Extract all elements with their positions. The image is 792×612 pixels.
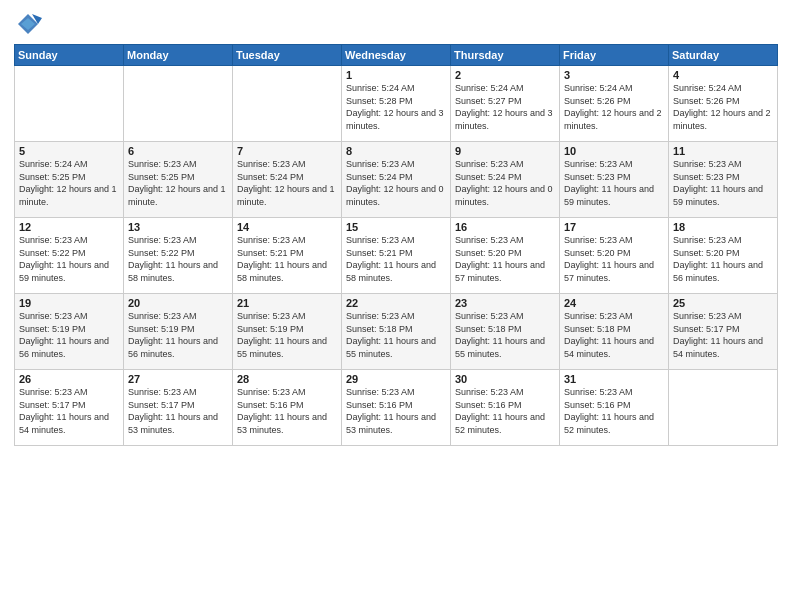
day-number: 31 (564, 373, 665, 385)
day-info: Sunrise: 5:23 AMSunset: 5:22 PMDaylight:… (128, 234, 229, 284)
calendar-cell: 17Sunrise: 5:23 AMSunset: 5:20 PMDayligh… (560, 218, 669, 294)
day-info: Sunrise: 5:23 AMSunset: 5:23 PMDaylight:… (564, 158, 665, 208)
calendar-cell: 15Sunrise: 5:23 AMSunset: 5:21 PMDayligh… (342, 218, 451, 294)
calendar-week-row: 1Sunrise: 5:24 AMSunset: 5:28 PMDaylight… (15, 66, 778, 142)
day-info: Sunrise: 5:24 AMSunset: 5:25 PMDaylight:… (19, 158, 120, 208)
weekday-header: Wednesday (342, 45, 451, 66)
day-info: Sunrise: 5:24 AMSunset: 5:26 PMDaylight:… (673, 82, 774, 132)
header (14, 10, 778, 38)
calendar-cell: 20Sunrise: 5:23 AMSunset: 5:19 PMDayligh… (124, 294, 233, 370)
day-number: 26 (19, 373, 120, 385)
day-info: Sunrise: 5:23 AMSunset: 5:18 PMDaylight:… (346, 310, 447, 360)
day-number: 20 (128, 297, 229, 309)
calendar-cell: 10Sunrise: 5:23 AMSunset: 5:23 PMDayligh… (560, 142, 669, 218)
day-number: 10 (564, 145, 665, 157)
calendar-cell: 22Sunrise: 5:23 AMSunset: 5:18 PMDayligh… (342, 294, 451, 370)
day-number: 14 (237, 221, 338, 233)
calendar-cell: 5Sunrise: 5:24 AMSunset: 5:25 PMDaylight… (15, 142, 124, 218)
day-info: Sunrise: 5:23 AMSunset: 5:24 PMDaylight:… (346, 158, 447, 208)
day-info: Sunrise: 5:23 AMSunset: 5:18 PMDaylight:… (564, 310, 665, 360)
day-number: 6 (128, 145, 229, 157)
day-info: Sunrise: 5:23 AMSunset: 5:19 PMDaylight:… (128, 310, 229, 360)
day-info: Sunrise: 5:23 AMSunset: 5:17 PMDaylight:… (19, 386, 120, 436)
day-info: Sunrise: 5:23 AMSunset: 5:17 PMDaylight:… (128, 386, 229, 436)
day-number: 16 (455, 221, 556, 233)
day-info: Sunrise: 5:23 AMSunset: 5:19 PMDaylight:… (19, 310, 120, 360)
calendar-cell (233, 66, 342, 142)
day-info: Sunrise: 5:23 AMSunset: 5:18 PMDaylight:… (455, 310, 556, 360)
day-number: 18 (673, 221, 774, 233)
day-number: 11 (673, 145, 774, 157)
calendar-cell (124, 66, 233, 142)
calendar-cell: 24Sunrise: 5:23 AMSunset: 5:18 PMDayligh… (560, 294, 669, 370)
day-info: Sunrise: 5:23 AMSunset: 5:24 PMDaylight:… (237, 158, 338, 208)
calendar-body: 1Sunrise: 5:24 AMSunset: 5:28 PMDaylight… (15, 66, 778, 446)
calendar-week-row: 5Sunrise: 5:24 AMSunset: 5:25 PMDaylight… (15, 142, 778, 218)
calendar-cell: 31Sunrise: 5:23 AMSunset: 5:16 PMDayligh… (560, 370, 669, 446)
weekday-header: Friday (560, 45, 669, 66)
calendar-cell: 19Sunrise: 5:23 AMSunset: 5:19 PMDayligh… (15, 294, 124, 370)
day-number: 24 (564, 297, 665, 309)
calendar-cell: 29Sunrise: 5:23 AMSunset: 5:16 PMDayligh… (342, 370, 451, 446)
day-info: Sunrise: 5:23 AMSunset: 5:17 PMDaylight:… (673, 310, 774, 360)
day-number: 4 (673, 69, 774, 81)
calendar-week-row: 19Sunrise: 5:23 AMSunset: 5:19 PMDayligh… (15, 294, 778, 370)
day-number: 17 (564, 221, 665, 233)
calendar-cell: 28Sunrise: 5:23 AMSunset: 5:16 PMDayligh… (233, 370, 342, 446)
day-number: 3 (564, 69, 665, 81)
calendar-cell: 23Sunrise: 5:23 AMSunset: 5:18 PMDayligh… (451, 294, 560, 370)
day-info: Sunrise: 5:24 AMSunset: 5:27 PMDaylight:… (455, 82, 556, 132)
calendar-cell: 25Sunrise: 5:23 AMSunset: 5:17 PMDayligh… (669, 294, 778, 370)
day-number: 29 (346, 373, 447, 385)
day-info: Sunrise: 5:23 AMSunset: 5:21 PMDaylight:… (346, 234, 447, 284)
day-info: Sunrise: 5:23 AMSunset: 5:16 PMDaylight:… (564, 386, 665, 436)
calendar-cell: 12Sunrise: 5:23 AMSunset: 5:22 PMDayligh… (15, 218, 124, 294)
day-info: Sunrise: 5:23 AMSunset: 5:16 PMDaylight:… (346, 386, 447, 436)
day-info: Sunrise: 5:23 AMSunset: 5:21 PMDaylight:… (237, 234, 338, 284)
day-number: 22 (346, 297, 447, 309)
calendar-cell: 9Sunrise: 5:23 AMSunset: 5:24 PMDaylight… (451, 142, 560, 218)
calendar-week-row: 26Sunrise: 5:23 AMSunset: 5:17 PMDayligh… (15, 370, 778, 446)
day-number: 9 (455, 145, 556, 157)
weekday-header: Saturday (669, 45, 778, 66)
weekday-header: Sunday (15, 45, 124, 66)
logo-icon (14, 10, 42, 38)
day-number: 15 (346, 221, 447, 233)
day-number: 8 (346, 145, 447, 157)
calendar-cell: 21Sunrise: 5:23 AMSunset: 5:19 PMDayligh… (233, 294, 342, 370)
calendar-cell: 11Sunrise: 5:23 AMSunset: 5:23 PMDayligh… (669, 142, 778, 218)
calendar-cell: 13Sunrise: 5:23 AMSunset: 5:22 PMDayligh… (124, 218, 233, 294)
calendar-cell (15, 66, 124, 142)
calendar-table: SundayMondayTuesdayWednesdayThursdayFrid… (14, 44, 778, 446)
day-number: 2 (455, 69, 556, 81)
calendar-cell: 27Sunrise: 5:23 AMSunset: 5:17 PMDayligh… (124, 370, 233, 446)
day-info: Sunrise: 5:23 AMSunset: 5:25 PMDaylight:… (128, 158, 229, 208)
day-info: Sunrise: 5:23 AMSunset: 5:22 PMDaylight:… (19, 234, 120, 284)
calendar-cell: 26Sunrise: 5:23 AMSunset: 5:17 PMDayligh… (15, 370, 124, 446)
day-number: 25 (673, 297, 774, 309)
calendar-cell: 4Sunrise: 5:24 AMSunset: 5:26 PMDaylight… (669, 66, 778, 142)
calendar-cell: 1Sunrise: 5:24 AMSunset: 5:28 PMDaylight… (342, 66, 451, 142)
weekday-header: Monday (124, 45, 233, 66)
calendar-cell: 14Sunrise: 5:23 AMSunset: 5:21 PMDayligh… (233, 218, 342, 294)
day-info: Sunrise: 5:23 AMSunset: 5:16 PMDaylight:… (237, 386, 338, 436)
day-number: 12 (19, 221, 120, 233)
calendar-cell: 3Sunrise: 5:24 AMSunset: 5:26 PMDaylight… (560, 66, 669, 142)
day-number: 21 (237, 297, 338, 309)
weekday-header: Tuesday (233, 45, 342, 66)
logo (14, 10, 46, 38)
day-number: 23 (455, 297, 556, 309)
weekday-row: SundayMondayTuesdayWednesdayThursdayFrid… (15, 45, 778, 66)
calendar-cell: 8Sunrise: 5:23 AMSunset: 5:24 PMDaylight… (342, 142, 451, 218)
calendar-cell: 18Sunrise: 5:23 AMSunset: 5:20 PMDayligh… (669, 218, 778, 294)
day-info: Sunrise: 5:24 AMSunset: 5:28 PMDaylight:… (346, 82, 447, 132)
day-info: Sunrise: 5:23 AMSunset: 5:19 PMDaylight:… (237, 310, 338, 360)
day-info: Sunrise: 5:23 AMSunset: 5:23 PMDaylight:… (673, 158, 774, 208)
day-number: 28 (237, 373, 338, 385)
day-number: 19 (19, 297, 120, 309)
day-number: 5 (19, 145, 120, 157)
day-number: 30 (455, 373, 556, 385)
day-info: Sunrise: 5:24 AMSunset: 5:26 PMDaylight:… (564, 82, 665, 132)
day-info: Sunrise: 5:23 AMSunset: 5:24 PMDaylight:… (455, 158, 556, 208)
calendar-cell (669, 370, 778, 446)
